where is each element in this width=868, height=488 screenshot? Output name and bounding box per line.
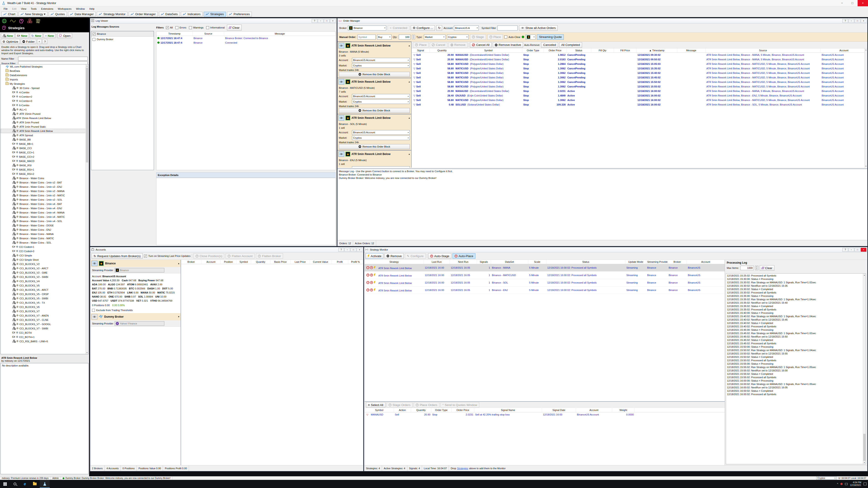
tree-item[interactable]: C# ⚙ Binance - Water Coins - MATIC <box>1 236 88 240</box>
clear-log-button[interactable]: Clear <box>227 25 242 31</box>
column-header[interactable]: Signal Name <box>474 408 542 412</box>
log-source-row[interactable]: Dummy Broker <box>91 37 154 42</box>
tree-item[interactable]: C# ⚙ 4-Combo+2 <box>1 94 88 99</box>
stage-orders-button[interactable]: Stage Orders <box>386 402 412 408</box>
minimize-button[interactable]: − <box>848 19 854 23</box>
symbol-filter-input[interactable] <box>497 26 518 31</box>
column-header[interactable]: Broker <box>668 260 687 264</box>
minimize-button[interactable]: − <box>848 248 854 252</box>
column-header[interactable]: Order Type <box>522 48 544 53</box>
close-button[interactable]: × <box>861 248 866 252</box>
app-close-button[interactable]: × <box>858 0 868 6</box>
close-button[interactable]: × <box>330 19 336 23</box>
connect-button[interactable]: ⌁Connected <box>388 25 409 31</box>
log-viewer-titlebar[interactable]: Log Viewer ? − □ × <box>90 18 337 24</box>
column-header[interactable]: Next Run <box>450 260 477 264</box>
eye-icon[interactable] <box>338 43 344 48</box>
column-header[interactable]: Source <box>706 48 821 53</box>
help-button[interactable]: ? <box>842 19 848 23</box>
flatten-account-button[interactable]: Flatten Account <box>225 253 254 259</box>
tree-item[interactable]: C# ⚙ Binance - Water Coins - 1min v2 - M… <box>1 193 88 197</box>
toolbar-button[interactable]: Preferences <box>227 12 252 17</box>
column-header[interactable]: Profit <box>331 260 348 264</box>
tree-item[interactable]: C# ⚙ ATR 1min Pruned Static <box>1 125 88 129</box>
column-header[interactable]: Last Price <box>291 260 310 264</box>
menu-item[interactable]: Extensions <box>39 6 56 11</box>
max-items-stepper[interactable]: ▲▼ <box>755 266 758 270</box>
order-block-strategy-header[interactable]: ◆ ATR 5min Rework Limit Below ▲ <box>338 151 411 158</box>
tree-item[interactable]: C# ⚙ CCI_BLOCKS_V2 - ARCT <box>1 266 88 270</box>
column-header[interactable]: DataSet <box>491 260 528 264</box>
tree-item[interactable]: C# ⚙ CCI_BLOCKS_V7 - CLNE <box>1 318 88 322</box>
action-center-icon[interactable] <box>864 483 867 485</box>
filter-checkbox[interactable] <box>176 26 178 29</box>
tree-item[interactable]: C# ⚙ Binance - Water Coins - 1min v2 - S… <box>1 197 88 202</box>
market-select[interactable]: Cryptos▾ <box>816 477 837 480</box>
column-header[interactable]: Update Mode <box>625 260 646 264</box>
restore-button[interactable]: □ <box>855 19 860 23</box>
streaming-provider-select[interactable]: y! Yahoo! Finance <box>115 321 164 326</box>
menu-item[interactable]: Edit <box>10 6 19 11</box>
order-row[interactable]: ▽Sell 58.80 MATICUSD (Polygon/United Sta… <box>412 62 867 66</box>
tree-item[interactable]: C# ⚙ CCI_BLOCKS_V7 - SWBI <box>1 326 88 330</box>
column-header[interactable]: Order Price <box>544 48 566 53</box>
signal-row[interactable]: ▽MANAUSD Sell 20.90 Stop 2.0231 Sell at … <box>365 412 725 417</box>
tree-item[interactable]: C# ⚙ Binance - Water Coins - 1min v4 - S… <box>1 219 88 223</box>
show-all-active-orders-button[interactable]: Show all Active Orders <box>519 25 558 31</box>
streaming-quote-button[interactable]: Streaming Quote <box>537 34 564 40</box>
tree-item[interactable]: C# ⚙ CCI_BLOCKS_V4 <box>1 279 88 283</box>
file-explorer-taskbar-icon[interactable] <box>30 480 40 488</box>
help-button[interactable]: ? <box>42 39 47 44</box>
market-select[interactable]: Cryptos▾ <box>352 99 410 104</box>
column-header[interactable]: Current Value <box>310 260 331 264</box>
remove-inactive-button[interactable]: Remove Inactive <box>493 42 523 48</box>
column-header[interactable]: Symbol <box>455 48 522 53</box>
toolbar-button[interactable]: New Strategy ▾ <box>19 12 48 17</box>
tree-item[interactable]: C# ⚙ 4-Combo <box>1 90 88 94</box>
streaming-updates-checkbox[interactable]: ✓ <box>144 255 147 258</box>
tree-item[interactable]: C# ⚙ CCI_BLOCKS_V7 - AMZN <box>1 313 88 318</box>
tree-item[interactable]: C# ⚙ CCI_BLOCKS_V2 - SWBI <box>1 275 88 279</box>
flatten-broker-button[interactable]: Flatten Broker <box>256 253 283 259</box>
menu-item[interactable]: File <box>1 6 10 11</box>
tree-item[interactable]: C# ⚙ Binance - Water Coins - 1min v4 - M… <box>1 215 88 219</box>
new-meta-strategy-button[interactable]: ≡New <box>43 33 55 38</box>
tree-item[interactable]: C# ⚙ CCI_BLOCKS_V5 <box>1 283 88 288</box>
column-header[interactable]: Basis Price <box>270 260 291 264</box>
source-checkbox[interactable]: ✓ <box>93 33 96 35</box>
exclude-thresholds-checkbox[interactable] <box>92 309 95 312</box>
building-blocks-icon[interactable] <box>27 19 33 24</box>
tree-item[interactable]: C# ⚙ CCI_BLOCKS_V2 - GME <box>1 270 88 275</box>
column-header[interactable]: ▲ Timestamp <box>637 48 677 53</box>
column-header[interactable]: Symbol <box>365 408 394 412</box>
tree-item[interactable]: C# ⚙ Binance - Water Coins - 1min v2 - B… <box>1 180 88 185</box>
configure-button[interactable]: ✎Configure <box>405 253 426 259</box>
dummy-broker-header[interactable]: Dummy Broker ▼ <box>91 313 181 320</box>
collapse-all-button[interactable]: » <box>37 39 41 44</box>
tree-item[interactable]: C# ⚙ DataExtensions <box>1 73 88 77</box>
tree-item[interactable]: C# ⚙ BestData <box>1 69 88 73</box>
qty-stepper[interactable]: ▲▼ <box>412 35 415 39</box>
column-header[interactable]: Quantity <box>251 260 270 264</box>
collapse-icon[interactable]: ▲ <box>408 117 410 119</box>
search-button[interactable] <box>10 480 20 488</box>
order-manager-titlebar[interactable]: Order Manager ? − □ × <box>338 18 867 24</box>
toolbar-button[interactable]: DataSets <box>159 12 180 17</box>
stage-button[interactable]: Stage <box>470 34 486 40</box>
tree-item[interactable]: C# ⚙ BASE_BB+1 <box>1 142 88 146</box>
column-header[interactable]: Source <box>193 32 224 36</box>
column-header[interactable]: Position <box>221 260 237 264</box>
remove-orders-button[interactable]: Remove <box>448 42 468 48</box>
restore-button[interactable]: □ <box>350 248 356 252</box>
eye-icon[interactable] <box>338 115 344 121</box>
place-orders-button[interactable]: Place <box>413 42 429 48</box>
send-to-quotes-button[interactable]: “Send to Quotes Window <box>440 402 479 408</box>
help-button[interactable]: ? <box>338 248 344 252</box>
name-filter-input[interactable] <box>18 57 88 61</box>
column-header[interactable]: Account <box>821 48 867 53</box>
tree-item[interactable]: C# ⚙ CCI Simple Short <box>1 258 88 262</box>
start-button[interactable] <box>0 480 10 488</box>
close-button[interactable]: × <box>357 248 362 252</box>
tree-item[interactable]: C# ⚙ BASE_MACD <box>1 159 88 163</box>
tree-item[interactable]: C# ⚙ CCI_BLOCKS_V5 - CRSP <box>1 292 88 296</box>
